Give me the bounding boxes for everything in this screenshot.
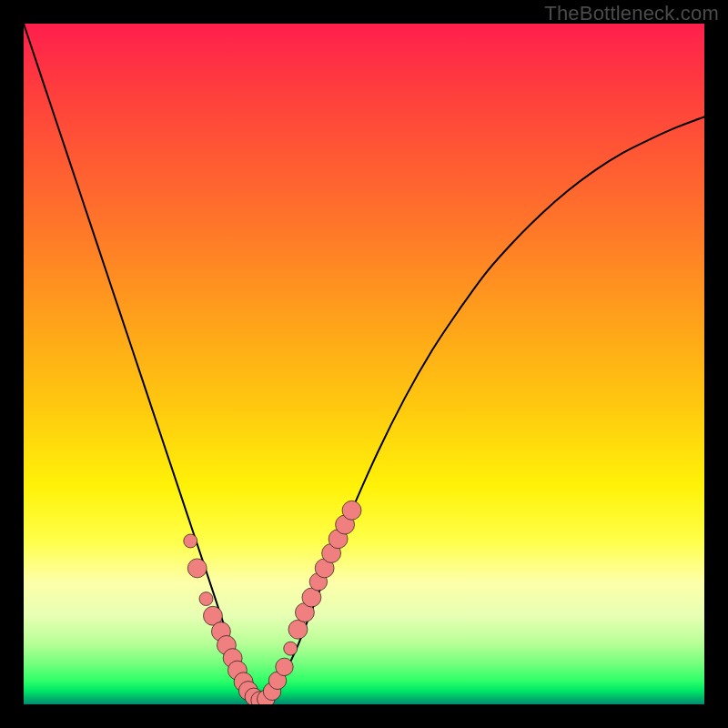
curve-marker [228, 661, 247, 680]
curve-marker [251, 692, 268, 704]
curve-marker [184, 534, 197, 548]
curve-marker [342, 500, 361, 520]
curve-marker [288, 620, 308, 639]
curve-marker [223, 649, 242, 668]
curve-marker [234, 672, 253, 692]
curve-marker [284, 642, 298, 655]
curve-marker [258, 690, 275, 704]
watermark-label: TheBottleneck.com [544, 2, 719, 25]
curve-marker [295, 603, 314, 622]
curve-markers [184, 500, 361, 704]
curve-marker [322, 543, 341, 562]
curve-marker [329, 530, 348, 549]
curve-marker [217, 635, 236, 654]
curve-marker [245, 688, 262, 704]
curve-marker [187, 559, 207, 578]
curve-marker [211, 622, 230, 641]
curve-marker [203, 606, 222, 625]
bottleneck-curve [24, 24, 704, 701]
plot-area [24, 24, 704, 704]
curve-marker [263, 682, 280, 700]
curve-marker [309, 573, 327, 591]
curve-marker [276, 658, 293, 675]
curve-marker [315, 559, 334, 578]
curve-marker [336, 515, 355, 534]
curve-layer [24, 24, 704, 704]
curve-marker [268, 672, 286, 689]
chart-frame: TheBottleneck.com [0, 0, 728, 728]
curve-marker [238, 682, 258, 701]
curve-marker [199, 592, 213, 606]
curve-marker [302, 588, 321, 607]
